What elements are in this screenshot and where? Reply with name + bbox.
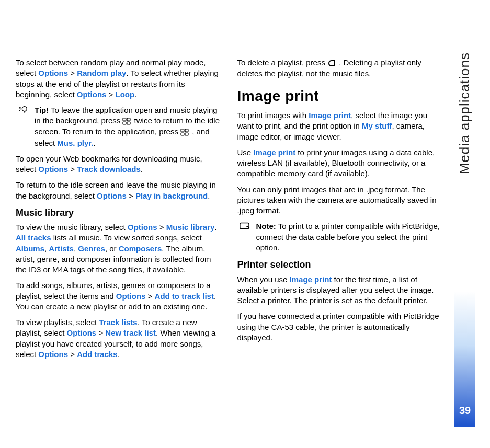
svg-rect-8	[185, 133, 188, 135]
separator: >	[127, 191, 135, 200]
separator: >	[68, 68, 77, 77]
separator: >	[96, 328, 105, 337]
text: To view the music library, select	[16, 223, 128, 232]
ui-ref: Options	[116, 292, 146, 301]
text: When you use	[237, 275, 290, 284]
svg-rect-6	[185, 129, 188, 132]
ui-ref: Track downloads	[77, 165, 141, 174]
tip-block: Tip! To leave the application open and m…	[16, 105, 222, 148]
ui-ref: Artists	[49, 244, 74, 253]
ui-ref: Mus. plyr.	[57, 139, 93, 147]
note-icon	[240, 221, 251, 233]
ui-ref: Genres	[78, 244, 105, 253]
paragraph: To delete a playlist, press . Deleting a…	[237, 58, 443, 79]
paragraph: To print images with Image print, select…	[237, 110, 443, 142]
ui-ref: Image print	[309, 111, 351, 120]
paragraph: Use Image print to print your images usi…	[237, 147, 443, 179]
text: .	[118, 350, 120, 359]
ui-ref: Loop	[116, 90, 135, 99]
text: To print to a printer compatible with Pi…	[256, 222, 440, 252]
ui-ref: Music library	[166, 223, 215, 232]
svg-rect-4	[127, 122, 130, 124]
heading-printer-selection: Printer selection	[237, 258, 443, 271]
paragraph: To select between random play and normal…	[16, 58, 222, 100]
ui-ref: Options	[97, 191, 127, 200]
note-label: Note:	[256, 222, 276, 231]
clear-key-icon	[327, 58, 337, 68]
tip-text: Tip! To leave the application open and m…	[35, 105, 222, 148]
paragraph: To open your Web bookmarks for downloadi…	[16, 154, 222, 175]
ui-ref: Options	[128, 223, 157, 232]
tip-label: Tip!	[35, 106, 49, 114]
ui-ref: Add tracks	[77, 350, 118, 359]
separator: >	[145, 292, 154, 301]
ui-ref: Options	[77, 90, 107, 99]
text: .	[134, 90, 136, 99]
paragraph: You can only print images that are in .j…	[237, 185, 443, 216]
text: Use	[237, 148, 254, 157]
paragraph: To add songs, albums, artists, genres or…	[16, 280, 222, 312]
ui-ref: Options	[38, 350, 68, 359]
ui-ref: Albums	[16, 244, 44, 253]
section-label: Media applications	[455, 52, 474, 174]
paragraph: To view the music library, select Option…	[16, 222, 222, 275]
separator: >	[157, 223, 166, 232]
text: To print images with	[237, 111, 309, 120]
heading-music-library: Music library	[16, 206, 222, 219]
svg-rect-2	[127, 118, 130, 121]
svg-rect-5	[181, 129, 184, 132]
ui-ref: Add to track list	[155, 292, 214, 301]
right-column: To delete a playlist, press . Deleting a…	[237, 58, 443, 365]
svg-rect-9	[240, 223, 248, 229]
note-block: Note: To print to a printer compatible w…	[237, 221, 443, 253]
ui-ref: Composers	[119, 244, 162, 253]
paragraph: To view playlists, select Track lists. T…	[16, 317, 222, 360]
menu-key-icon	[180, 127, 190, 137]
svg-rect-1	[123, 118, 126, 121]
ui-ref: Random play	[77, 68, 126, 77]
ui-ref: Track lists	[99, 318, 137, 327]
side-margin: Media applications 39	[454, 52, 475, 427]
lightbulb-icon	[18, 105, 29, 117]
text: , or	[105, 244, 119, 253]
svg-rect-7	[181, 133, 184, 135]
text: To view playlists, select	[16, 318, 99, 327]
heading-image-print: Image print	[237, 86, 443, 106]
ui-ref: My stuff	[362, 121, 392, 130]
ui-ref: Options	[38, 68, 68, 77]
text: ,	[74, 244, 78, 253]
paragraph: When you use Image print for the first t…	[237, 274, 443, 306]
ui-ref: Image print	[253, 148, 295, 157]
ui-ref: Image print	[290, 275, 332, 284]
svg-rect-3	[123, 122, 126, 124]
text: .	[94, 139, 96, 147]
ui-ref: All tracks	[16, 233, 51, 242]
separator: >	[68, 165, 77, 174]
svg-point-0	[22, 107, 27, 111]
text: .	[214, 223, 216, 232]
ui-ref: Play in background	[135, 191, 208, 200]
ui-ref: Options	[67, 328, 97, 337]
menu-key-icon	[122, 116, 132, 127]
separator: >	[68, 350, 77, 359]
text: lists all music. To view sorted songs, s…	[51, 233, 202, 242]
ui-ref: New track list	[105, 328, 156, 337]
ui-ref: Options	[38, 165, 68, 174]
page-number: 39	[459, 404, 471, 418]
page-content: To select between random play and normal…	[0, 0, 490, 396]
text: .	[208, 191, 210, 200]
paragraph: To return to the idle screen and leave t…	[16, 180, 222, 201]
paragraph: If you have connected a printer compatib…	[237, 311, 443, 343]
left-column: To select between random play and normal…	[16, 58, 222, 365]
note-text: Note: To print to a printer compatible w…	[256, 221, 443, 253]
text: .	[141, 165, 143, 174]
text: To delete a playlist, press	[237, 58, 328, 67]
separator: >	[106, 90, 115, 99]
page-number-gradient: 39	[454, 291, 475, 427]
